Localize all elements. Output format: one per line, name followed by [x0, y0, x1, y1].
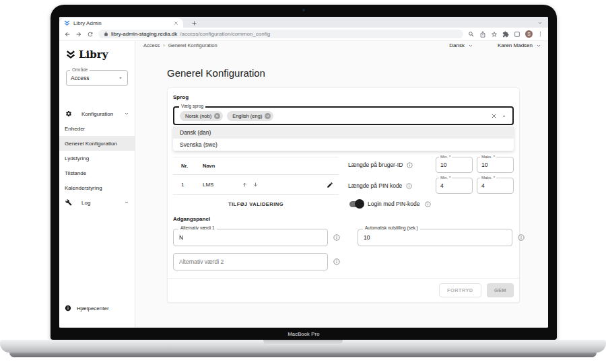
- sidebar-item-help[interactable]: Hjælpecenter: [59, 301, 135, 316]
- app-page: Libry Område Access: [59, 41, 548, 328]
- pin-min-field[interactable]: Min. * 4: [436, 178, 473, 194]
- reload-icon[interactable]: [87, 31, 94, 38]
- col-navn-header: Navn: [203, 163, 242, 169]
- new-tab-button[interactable]: [191, 18, 197, 28]
- lock-icon: [104, 32, 108, 36]
- info-icon: [65, 305, 71, 312]
- min-label: Min. *: [439, 176, 452, 180]
- browser-tab[interactable]: Libry Admin: [59, 18, 183, 28]
- info-icon[interactable]: [333, 258, 340, 265]
- chip-label: Norsk (nob): [185, 113, 211, 119]
- address-bar[interactable]: libry-admin-staging.redia.dk/access/conf…: [98, 30, 463, 38]
- chevron-up-icon: [124, 200, 129, 205]
- pin-login-toggle[interactable]: [349, 201, 363, 207]
- sidebar-item-kalenderstyring[interactable]: Kalenderstyring: [59, 180, 135, 195]
- info-icon[interactable]: [406, 183, 412, 189]
- user-menu[interactable]: Karen Madsen: [498, 42, 541, 48]
- save-button[interactable]: GEM: [487, 283, 514, 297]
- cancel-button[interactable]: FORTRYD: [439, 283, 481, 297]
- sidebar-item-tilstande[interactable]: Tilstande: [59, 166, 135, 180]
- sidebar-item-konfiguration[interactable]: Konfiguration: [59, 106, 135, 121]
- area-select-label: Område: [70, 68, 90, 73]
- info-icon[interactable]: [425, 201, 431, 207]
- sprog-multiselect[interactable]: Vælg sprog Norsk (nob) English (eng): [173, 106, 514, 125]
- move-down-icon[interactable]: [252, 182, 259, 188]
- page-header: Access › Generel Konfiguration Dansk: [135, 41, 548, 48]
- row-navn: LMS: [203, 182, 242, 188]
- macbook-frame: Libry Admin: [50, 5, 557, 340]
- row-nr: 1: [173, 182, 203, 188]
- logo-text: Libry: [79, 48, 108, 61]
- wrench-icon: [65, 199, 72, 206]
- sidebar-nav: Konfiguration Enheder Generel Konfigurat…: [59, 106, 135, 210]
- sprog-field-label: Vælg sprog: [179, 104, 205, 109]
- back-icon[interactable]: [64, 31, 71, 38]
- breadcrumb-access[interactable]: Access: [143, 42, 160, 48]
- add-validation-button[interactable]: TILFØJ VALIDERING: [173, 201, 339, 207]
- sidebar: Libry Område Access: [59, 41, 135, 328]
- browser-menu-icon[interactable]: [537, 31, 543, 37]
- tab-window-icon[interactable]: [514, 31, 520, 38]
- browser-toolbar: libry-admin-staging.redia.dk/access/conf…: [59, 28, 548, 41]
- nav-label: Generel Konfiguration: [65, 141, 129, 147]
- chevron-down-icon: [536, 43, 541, 48]
- pin-length-label: Længde på PIN kode: [348, 182, 402, 189]
- remove-chip-icon[interactable]: [265, 113, 271, 119]
- adgangspanel-section-label: Adgangspanel: [173, 216, 514, 222]
- alt-value-2-label: Alternativ værdi 2: [179, 258, 224, 265]
- info-icon[interactable]: [518, 234, 525, 241]
- option-dansk[interactable]: Dansk (dan): [173, 126, 514, 139]
- area-select-value: Access: [71, 75, 118, 81]
- close-tab-icon[interactable]: [174, 21, 178, 26]
- language-selector[interactable]: Dansk: [449, 42, 473, 48]
- forward-icon[interactable]: [75, 31, 82, 38]
- remove-chip-icon[interactable]: [214, 113, 220, 119]
- user-id-max-field[interactable]: Maks. * 10: [477, 157, 514, 173]
- card-footer: FORTRYD GEM: [168, 278, 519, 302]
- nav-label: Kalenderstyring: [65, 185, 129, 191]
- gear-icon: [65, 110, 72, 117]
- info-icon[interactable]: [407, 162, 413, 168]
- info-icon[interactable]: [333, 234, 340, 241]
- config-card: Sprog Vælg sprog Norsk (nob) English (en…: [167, 87, 520, 303]
- table-header: Nr. Navn: [173, 157, 339, 175]
- chevron-down-icon[interactable]: [537, 18, 543, 28]
- clear-selection-icon[interactable]: [491, 113, 497, 119]
- extensions-icon[interactable]: [502, 31, 509, 38]
- zoom-icon[interactable]: [468, 31, 475, 38]
- user-id-min-field[interactable]: Min. * 10: [436, 157, 473, 173]
- pin-max-field[interactable]: Maks. * 4: [477, 178, 514, 194]
- nav-label: Konfiguration: [81, 111, 124, 117]
- browser-avatar[interactable]: S: [525, 30, 533, 38]
- alt-value-1-field[interactable]: Alternativ værdi 1 N: [173, 229, 328, 246]
- user-id-max-value: 10: [481, 161, 487, 168]
- sidebar-item-lydstyring[interactable]: Lydstyring: [59, 151, 135, 166]
- bookmark-star-icon[interactable]: [491, 31, 498, 38]
- browser-window: Libry Admin: [59, 17, 548, 328]
- sidebar-item-log[interactable]: Log: [59, 195, 135, 210]
- help-label: Hjælpecenter: [77, 305, 109, 312]
- auto-reset-field[interactable]: Automatisk nulstilling (sek.) 10: [358, 229, 512, 246]
- libry-logo-icon: [66, 50, 75, 59]
- user-id-min-value: 10: [440, 161, 446, 168]
- edit-icon[interactable]: [327, 182, 333, 188]
- sprog-dropdown-menu: Dansk (dan) Svenska (swe): [173, 126, 514, 151]
- sidebar-item-enheder[interactable]: Enheder: [59, 121, 135, 136]
- chip-english[interactable]: English (eng): [227, 111, 273, 121]
- share-icon[interactable]: [479, 31, 486, 38]
- avatar-initial: S: [527, 32, 531, 36]
- move-up-icon[interactable]: [242, 182, 248, 188]
- nav-label: Tilstande: [65, 170, 129, 176]
- area-select[interactable]: Område Access: [66, 70, 128, 86]
- col-nr-header: Nr.: [173, 163, 203, 169]
- alt-value-1-label: Alternativ værdi 1: [178, 226, 217, 231]
- option-svenska[interactable]: Svenska (swe): [173, 139, 514, 151]
- pin-max-value: 4: [481, 182, 485, 189]
- sidebar-item-generel-konfiguration[interactable]: Generel Konfiguration: [59, 136, 135, 151]
- pin-min-value: 4: [440, 182, 444, 189]
- caret-up-icon[interactable]: [501, 113, 507, 119]
- language-value: Dansk: [449, 42, 465, 48]
- alt-value-2-field[interactable]: Alternativ værdi 2: [173, 253, 328, 270]
- chip-norsk[interactable]: Norsk (nob): [180, 111, 223, 121]
- macbook-base: [0, 340, 606, 353]
